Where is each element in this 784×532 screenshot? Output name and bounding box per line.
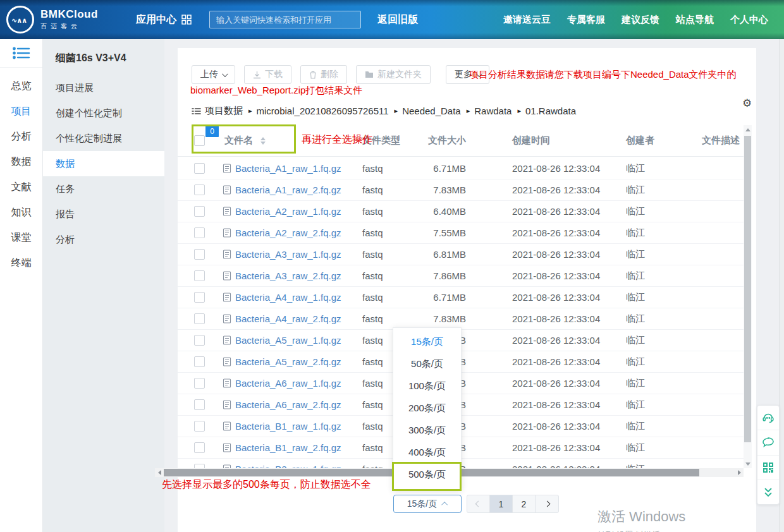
- row-checkbox[interactable]: [194, 421, 205, 432]
- file-link[interactable]: Bacteria_A4_raw_1.fq.gz: [217, 292, 362, 303]
- breadcrumb: 项目数据 ▸ microbial_20210826095726511 ▸ Nee…: [192, 105, 576, 117]
- sidebar-item[interactable]: 总览: [0, 73, 42, 99]
- row-checkbox[interactable]: [194, 313, 205, 324]
- table-settings-gear-icon[interactable]: ⚙: [742, 98, 752, 109]
- file-link[interactable]: Bacteria_A3_raw_1.fq.gz: [217, 249, 362, 260]
- file-link[interactable]: Bacteria_A1_raw_2.fq.gz: [217, 184, 362, 195]
- page-size-option[interactable]: 500条/页: [393, 463, 461, 485]
- row-checkbox[interactable]: [194, 442, 205, 453]
- prev-page-button[interactable]: [467, 495, 490, 512]
- page-size-option[interactable]: 400条/页: [393, 441, 461, 463]
- row-checkbox[interactable]: [194, 270, 205, 281]
- select-all-checkbox[interactable]: [194, 135, 205, 146]
- sort-icon[interactable]: [260, 137, 266, 145]
- breadcrumb-part[interactable]: ▸ Rawdata: [461, 106, 512, 116]
- next-page-button[interactable]: [536, 495, 558, 512]
- sidebar-items: 总览项目分析数据文献知识课堂终端: [0, 73, 42, 275]
- sidebar-item[interactable]: 课堂: [0, 225, 42, 250]
- breadcrumb-separator-icon: ▸: [467, 107, 470, 115]
- qrcode-button[interactable]: [757, 456, 779, 480]
- sidebar-item[interactable]: 项目: [0, 99, 42, 124]
- primary-sidebar: 总览项目分析数据文献知识课堂终端: [0, 39, 43, 532]
- sidebar-item[interactable]: 终端: [0, 250, 42, 275]
- feedback-chat-button[interactable]: [757, 430, 779, 455]
- back-to-old-version-button[interactable]: 返回旧版: [377, 13, 418, 27]
- submenu-item[interactable]: 数据: [43, 151, 164, 176]
- row-checkbox[interactable]: [194, 249, 205, 260]
- row-checkbox[interactable]: [194, 399, 205, 410]
- row-checkbox[interactable]: [194, 292, 205, 303]
- browser-scrollbar[interactable]: [779, 39, 784, 532]
- sidebar-item[interactable]: 分析: [0, 124, 42, 149]
- page-size-option[interactable]: 200条/页: [393, 397, 461, 419]
- new-folder-button[interactable]: 新建文件夹: [356, 65, 431, 84]
- page-size-option[interactable]: 15条/页: [393, 330, 461, 353]
- customer-service-button[interactable]: [757, 406, 779, 430]
- file-link[interactable]: Bacteria_A6_raw_2.fq.gz: [217, 399, 362, 410]
- delete-button[interactable]: 删除: [300, 65, 347, 84]
- header-nav-item[interactable]: 邀请送云豆: [503, 14, 551, 26]
- file-link[interactable]: Bacteria_A2_raw_1.fq.gz: [217, 206, 362, 217]
- submenu-item[interactable]: 创建个性化定制: [43, 100, 164, 126]
- row-checkbox[interactable]: [194, 356, 205, 367]
- search-input[interactable]: [209, 11, 361, 28]
- file-created: 2021-08-26 12:33:04: [512, 227, 626, 238]
- scroll-left-icon[interactable]: [155, 468, 164, 477]
- download-button[interactable]: 下载: [244, 65, 291, 84]
- breadcrumb-part[interactable]: ▸ microbial_20210826095726511: [243, 106, 389, 116]
- sidebar-item[interactable]: 知识: [0, 200, 42, 225]
- file-link[interactable]: Bacteria_A3_raw_2.fq.gz: [217, 270, 362, 281]
- header-nav-item[interactable]: 站点导航: [676, 14, 714, 26]
- file-link[interactable]: Bacteria_B1_raw_2.fq.gz: [217, 442, 362, 453]
- scroll-right-icon[interactable]: [735, 468, 744, 477]
- file-icon: [223, 207, 231, 216]
- submenu-item[interactable]: 个性化定制进展: [43, 126, 164, 151]
- scroll-down-icon[interactable]: [744, 459, 752, 468]
- page-size-select[interactable]: 15条/页: [393, 495, 462, 513]
- collapse-button[interactable]: [757, 480, 779, 504]
- row-checkbox[interactable]: [194, 184, 205, 195]
- page-size-option[interactable]: 50条/页: [393, 353, 461, 375]
- file-link[interactable]: Bacteria_A5_raw_1.fq.gz: [217, 335, 362, 346]
- page-number-button[interactable]: 1: [490, 495, 513, 512]
- file-link[interactable]: Bacteria_A5_raw_2.fq.gz: [217, 356, 362, 367]
- logo[interactable]: ∿∧∧ BMKCloud 百迈客云: [6, 6, 98, 33]
- scroll-up-icon[interactable]: [744, 125, 752, 134]
- breadcrumb-part[interactable]: ▸ Needed_Data: [389, 106, 461, 116]
- page-size-option[interactable]: 300条/页: [393, 419, 461, 441]
- table-vertical-scrollbar[interactable]: [744, 125, 752, 468]
- submenu-item[interactable]: 任务: [43, 176, 164, 202]
- breadcrumb-root[interactable]: 项目数据: [192, 105, 243, 117]
- file-link[interactable]: Bacteria_A1_raw_1.fq.gz: [217, 163, 362, 174]
- double-chevron-down-icon: [762, 487, 775, 498]
- file-link[interactable]: Bacteria_B1_raw_1.fq.gz: [217, 421, 362, 432]
- sidebar-item[interactable]: 文献: [0, 174, 42, 200]
- col-header-name[interactable]: 文件名: [224, 135, 253, 147]
- row-checkbox[interactable]: [194, 335, 205, 346]
- submenu-item[interactable]: 分析: [43, 227, 164, 252]
- page-size-option[interactable]: 100条/页: [393, 375, 461, 397]
- file-link[interactable]: Bacteria_A4_raw_2.fq.gz: [217, 313, 362, 324]
- sidebar-item[interactable]: 数据: [0, 149, 42, 174]
- upload-button[interactable]: 上传: [192, 65, 235, 84]
- header-nav-item[interactable]: 专属客服: [567, 14, 605, 26]
- header-nav-item[interactable]: 建议反馈: [622, 14, 659, 26]
- row-checkbox[interactable]: [194, 206, 205, 217]
- submenu-item[interactable]: 报告: [43, 202, 164, 227]
- file-link[interactable]: Bacteria_A6_raw_1.fq.gz: [217, 378, 362, 389]
- vertical-scroll-thumb[interactable]: [744, 136, 751, 442]
- file-link[interactable]: Bacteria_A2_raw_2.fq.gz: [217, 227, 362, 238]
- row-checkbox[interactable]: [194, 227, 205, 238]
- header-nav-item[interactable]: 个人中心: [730, 14, 768, 26]
- row-checkbox[interactable]: [194, 378, 205, 389]
- row-checkbox[interactable]: [194, 163, 205, 174]
- collapse-menu-button[interactable]: [0, 39, 42, 68]
- breadcrumb-separator-icon: ▸: [248, 107, 252, 115]
- breadcrumb-part[interactable]: ▸ 01.Rawdata: [511, 106, 576, 116]
- file-created: 2021-08-26 12:33:04: [512, 270, 626, 281]
- table-row: Bacteria_A2_raw_2.fq.gz fastq 7.55MB 202…: [178, 222, 744, 244]
- app-center-button[interactable]: 应用中心: [136, 13, 192, 27]
- table-row: Bacteria_A3_raw_1.fq.gz fastq 6.81MB 202…: [178, 244, 744, 265]
- page-number-button[interactable]: 2: [513, 495, 536, 512]
- submenu-item[interactable]: 项目进展: [43, 75, 164, 100]
